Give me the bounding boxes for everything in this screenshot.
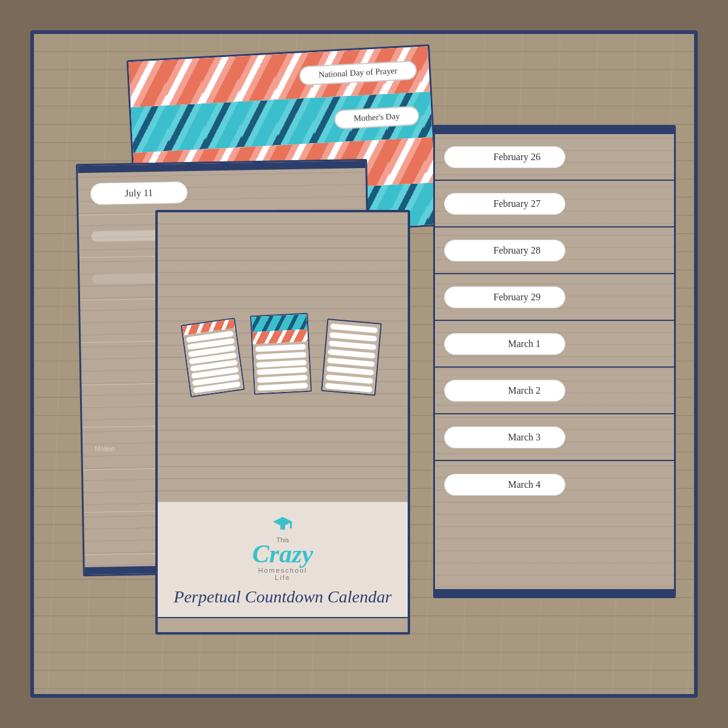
mini-card-middle [250,313,312,395]
mini-row-m6 [257,383,308,391]
right-date-row-feb29: February 29 [435,274,674,321]
mini-card-left [180,318,244,397]
mini-row-r6 [326,366,374,376]
cover-bottom-bar [158,617,408,632]
outer-frame: National Day of Prayer Mother's Day July… [30,30,698,698]
svg-rect-2 [290,522,292,527]
mini-row-r4 [328,349,375,359]
mini-row-r1 [330,324,377,334]
mini-row-r5 [327,358,374,368]
mini-row-r7 [325,374,372,384]
date-label-feb28: February 28 [444,240,565,261]
mini-row-m4 [256,367,306,375]
brand-crazy-text: Crazy [252,541,313,567]
date-label-mar2: March 2 [444,380,565,402]
brand-logo: This Crazy Homeschool Life [252,514,313,581]
mini-rows-left [183,328,243,396]
date-label-mar1: March 1 [444,333,565,355]
graduation-cap-icon [272,514,294,535]
right-page: February 26 February 27 February 28 Febr… [433,125,676,598]
mini-row-r2 [329,332,376,342]
date-row-1: July 11 [78,168,366,215]
cover-title: Perpetual Countdown Calendar [174,586,391,608]
mini-cards-container [194,314,372,393]
svg-rect-1 [280,525,285,530]
brand-life-text: Life [275,574,291,581]
mini-row-m1 [255,345,305,352]
mini-rows-middle [252,342,310,394]
right-date-row-mar2: March 2 [435,368,674,414]
date-label-feb26: February 26 [444,146,565,168]
mini-row-m2 [255,352,306,360]
date-label-mar3: March 3 [444,426,565,448]
mini-row-m3 [256,360,306,368]
date-label-feb27: February 27 [444,193,565,215]
right-date-row-mar1: March 1 [435,321,674,368]
right-date-row-feb26: February 26 [435,134,674,181]
right-date-row-feb27: February 27 [435,181,674,228]
svg-point-3 [289,526,292,528]
date-pill-july11: July 11 [90,181,188,205]
cover-wood-section [158,212,408,502]
mini-card-right [321,318,382,396]
right-date-row-mar3: March 3 [435,414,674,461]
holiday-label-2: Mother's Day [334,106,419,129]
mini-row-r8 [325,383,372,393]
cover-white-bottom: This Crazy Homeschool Life Perpetual Cou… [158,502,408,617]
holiday-label-1: National Day of Prayer [298,60,417,86]
front-cover: This Crazy Homeschool Life Perpetual Cou… [155,210,410,635]
mini-row-r3 [328,341,376,351]
mini-row-m5 [257,375,307,383]
svg-marker-0 [273,517,292,527]
right-date-row-mar4: March 4 [435,461,674,508]
date-label-feb29: February 29 [444,286,565,308]
right-date-row-feb28: February 28 [435,228,674,274]
date-label-mar4: March 4 [444,474,565,496]
brand-homeschool-text: Homeschool [258,567,307,574]
mini-rows-right [322,320,380,396]
